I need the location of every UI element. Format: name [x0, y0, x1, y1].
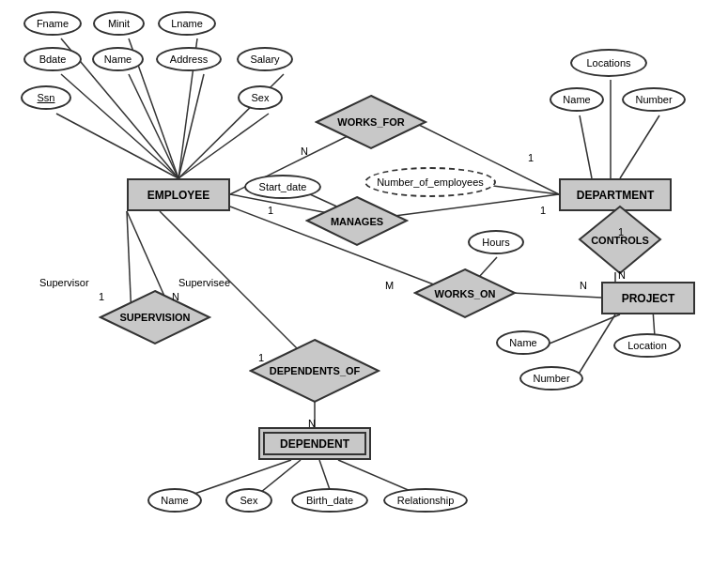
sex-emp-oval: Sex — [238, 85, 283, 110]
n-supervision-sub: N — [172, 291, 179, 302]
start-date-label: Start_date — [259, 181, 307, 192]
one-dependents-emp: 1 — [258, 352, 264, 363]
name-dep-oval: Name — [147, 488, 202, 513]
name-proj-label: Name — [509, 337, 536, 348]
number-proj-label: Number — [533, 373, 569, 384]
bdate-label: Bdate — [39, 54, 67, 65]
name-dep-label: Name — [161, 495, 188, 506]
name-proj-oval: Name — [496, 330, 550, 355]
sex-emp-label: Sex — [252, 92, 270, 103]
employee-entity: EMPLOYEE — [127, 178, 230, 211]
er-diagram: EMPLOYEE DEPARTMENT PROJECT DEPENDENT WO… — [0, 0, 728, 582]
name-dept-label: Name — [563, 94, 590, 105]
address-oval: Address — [156, 47, 222, 71]
dependents-of-diamond: DEPENDENTS_OF — [249, 338, 380, 404]
fname-oval: Fname — [23, 11, 82, 36]
works-for-diamond: WORKS_FOR — [315, 94, 427, 150]
name-dept-oval: Name — [550, 87, 604, 112]
num-employees-oval: Number_of_employees — [364, 167, 496, 197]
salary-label: Salary — [250, 54, 279, 65]
minit-label: Minit — [108, 18, 130, 29]
dependents-of-label: DEPENDENTS_OF — [270, 365, 361, 376]
supervisee-label: Supervisee — [178, 277, 230, 288]
one-works-for-dept: 1 — [528, 152, 534, 163]
ssn-label: Ssn — [38, 92, 55, 103]
sex-dep-oval: Sex — [225, 488, 272, 513]
n-works-for-emp: N — [301, 146, 308, 157]
locations-oval: Locations — [570, 49, 647, 77]
n-dependents-dep: N — [308, 418, 316, 429]
controls-label: CONTROLS — [591, 235, 649, 246]
ssn-oval: Ssn — [21, 85, 71, 110]
supervision-diamond: SUPERVISION — [99, 289, 211, 345]
name-emp-oval: Name — [92, 47, 144, 71]
sex-dep-label: Sex — [240, 495, 258, 506]
supervision-label: SUPERVISION — [120, 312, 191, 323]
manages-label: MANAGES — [331, 216, 383, 227]
number-dept-label: Number — [635, 94, 672, 105]
number-proj-oval: Number — [519, 366, 583, 391]
lname-oval: Lname — [158, 11, 216, 36]
svg-line-3 — [61, 74, 178, 178]
address-label: Address — [170, 54, 208, 65]
one-supervision-sup: 1 — [99, 291, 104, 302]
works-on-label: WORKS_ON — [435, 288, 496, 299]
hours-label: Hours — [482, 237, 509, 248]
name-emp-label: Name — [104, 54, 132, 65]
n-works-on-proj: N — [580, 280, 587, 291]
works-for-label: WORKS_FOR — [337, 116, 405, 128]
svg-line-4 — [129, 74, 178, 178]
birth-date-oval: Birth_date — [291, 488, 368, 513]
bdate-oval: Bdate — [23, 47, 82, 71]
num-employees-label: Number_of_employees — [377, 176, 484, 188]
location-proj-label: Location — [627, 340, 667, 351]
one-manages-emp: 1 — [268, 205, 273, 216]
hours-oval: Hours — [468, 230, 524, 254]
n-controls-proj: N — [618, 269, 626, 281]
supervisor-label: Supervisor — [39, 277, 89, 288]
minit-oval: Minit — [93, 11, 145, 36]
m-works-on-emp: M — [385, 280, 394, 291]
manages-diamond: MANAGES — [305, 195, 409, 247]
relationship-oval: Relationship — [383, 488, 468, 513]
relationship-label: Relationship — [397, 495, 455, 506]
number-dept-oval: Number — [622, 87, 686, 112]
salary-oval: Salary — [237, 47, 293, 71]
lname-label: Lname — [171, 18, 203, 29]
location-proj-oval: Location — [613, 333, 681, 358]
controls-diamond: CONTROLS — [578, 205, 662, 275]
start-date-oval: Start_date — [244, 175, 321, 199]
birth-date-label: Birth_date — [306, 495, 353, 506]
locations-label: Locations — [586, 57, 630, 69]
fname-label: Fname — [37, 18, 69, 29]
employee-label: EMPLOYEE — [147, 189, 210, 202]
one-manages-dept: 1 — [540, 205, 546, 216]
